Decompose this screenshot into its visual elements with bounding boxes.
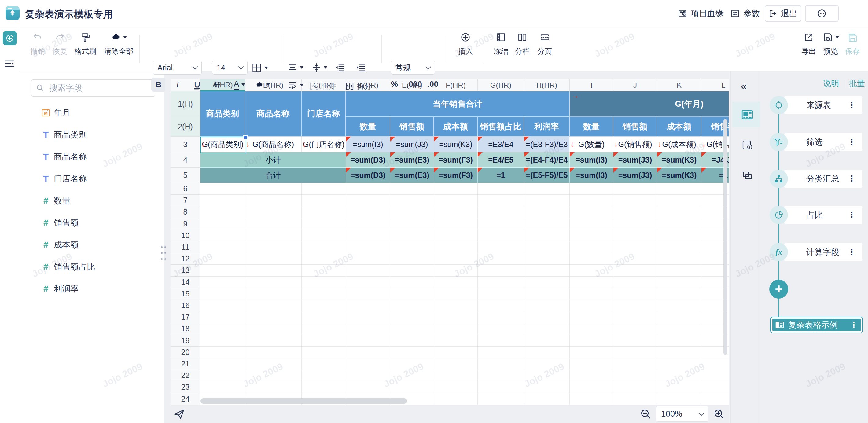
cell[interactable] — [200, 311, 245, 323]
cell[interactable] — [613, 300, 657, 311]
cell[interactable]: G(门店名称)↓ — [302, 137, 346, 152]
cell[interactable] — [524, 265, 570, 276]
cell[interactable] — [524, 253, 570, 265]
cell[interactable]: =sum(D3) — [346, 152, 390, 168]
cell[interactable] — [613, 265, 657, 276]
cell[interactable] — [657, 206, 702, 218]
cell[interactable] — [302, 195, 346, 206]
font-family-select[interactable]: Arial — [153, 61, 202, 74]
cell[interactable] — [245, 265, 302, 276]
header-cell[interactable]: 数量 — [346, 117, 390, 137]
cell[interactable] — [346, 241, 390, 253]
split-cells-button[interactable]: 拆分 — [345, 81, 372, 91]
cell[interactable] — [657, 218, 702, 230]
cell[interactable] — [302, 346, 346, 358]
tab-description[interactable]: 说明 — [823, 78, 839, 89]
cell[interactable]: =1 — [478, 168, 524, 183]
cell[interactable] — [346, 265, 390, 276]
cell[interactable] — [200, 277, 245, 288]
kebab-menu-icon[interactable]: ⋮ — [847, 174, 856, 184]
cell[interactable] — [245, 300, 302, 311]
flow-step-5[interactable]: 计算字段⋮ — [784, 243, 863, 261]
field-item[interactable]: #利润率 — [19, 278, 164, 300]
cell[interactable] — [390, 323, 434, 335]
cell[interactable] — [478, 311, 524, 323]
header-cell[interactable]: G(年月)→ — [570, 91, 728, 117]
cell[interactable]: =E3/E4 — [478, 137, 524, 152]
cell[interactable] — [524, 311, 570, 323]
cell[interactable] — [478, 393, 524, 405]
cell[interactable] — [200, 370, 245, 382]
cell[interactable]: =(E5-F5)/E5 — [524, 168, 570, 183]
cell[interactable] — [524, 393, 570, 405]
cell[interactable] — [390, 183, 434, 195]
cell[interactable] — [200, 335, 245, 346]
header-cell[interactable]: 商品类别 — [200, 91, 245, 137]
cell[interactable] — [657, 311, 702, 323]
cell[interactable] — [200, 241, 245, 253]
cell[interactable] — [657, 382, 702, 393]
cell[interactable] — [570, 311, 613, 323]
cell[interactable] — [200, 265, 245, 276]
row-header[interactable]: 23 — [170, 382, 200, 393]
tab-batch[interactable]: 批量 — [849, 78, 865, 89]
cell[interactable] — [478, 382, 524, 393]
cell[interactable]: =sum(I3) — [346, 137, 390, 152]
params-button[interactable]: 参数 — [731, 0, 760, 27]
decimal-button[interactable]: .00 — [427, 80, 438, 89]
cell[interactable] — [613, 218, 657, 230]
cell[interactable] — [434, 277, 478, 288]
cell[interactable]: G(销售额)↓ — [613, 137, 657, 152]
row-header[interactable]: 21 — [170, 358, 200, 370]
cell[interactable] — [702, 393, 728, 405]
field-item[interactable]: #销售额 — [19, 212, 164, 234]
cell[interactable]: =E4/E5 — [478, 152, 524, 168]
cell[interactable] — [478, 241, 524, 253]
cell[interactable] — [390, 241, 434, 253]
cell[interactable] — [478, 230, 524, 241]
cell[interactable] — [390, 382, 434, 393]
cell[interactable] — [346, 370, 390, 382]
cell[interactable] — [245, 218, 302, 230]
row-header[interactable]: 2(H) — [170, 117, 200, 137]
horizontal-scrollbar[interactable] — [200, 398, 407, 404]
cell[interactable] — [570, 241, 613, 253]
cell[interactable] — [346, 346, 390, 358]
cell[interactable] — [524, 382, 570, 393]
cell[interactable] — [524, 346, 570, 358]
cell[interactable] — [524, 183, 570, 195]
cell[interactable] — [478, 206, 524, 218]
cell[interactable] — [657, 288, 702, 300]
font-color-button[interactable]: A — [229, 78, 249, 92]
cell[interactable] — [478, 335, 524, 346]
cell[interactable]: G(成本额)↓ — [657, 137, 702, 152]
cell[interactable] — [613, 230, 657, 241]
cell[interactable] — [434, 300, 478, 311]
cell[interactable] — [570, 230, 613, 241]
cell[interactable] — [657, 323, 702, 335]
merged-label-cell[interactable]: 合计 — [200, 168, 346, 183]
lineage-button[interactable]: 项目血缘 — [678, 0, 724, 27]
cell[interactable] — [302, 311, 346, 323]
header-cell[interactable]: 商品名称 — [245, 91, 302, 137]
cell[interactable] — [390, 218, 434, 230]
spreadsheet-grid[interactable]: A(HR)B(HR)C(HR)D(HR)E(HR)F(HR)G(HR)H(HR)… — [170, 79, 728, 405]
vertical-scrollbar[interactable] — [723, 119, 727, 355]
cell[interactable] — [434, 265, 478, 276]
cell[interactable] — [200, 253, 245, 265]
cell[interactable] — [434, 241, 478, 253]
field-item[interactable]: M年月 — [19, 102, 164, 124]
cell[interactable] — [200, 358, 245, 370]
row-header[interactable]: 18 — [170, 323, 200, 335]
column-header[interactable]: J — [613, 79, 657, 91]
cell[interactable] — [434, 230, 478, 241]
cell[interactable] — [613, 183, 657, 195]
cell[interactable] — [570, 300, 613, 311]
cell[interactable] — [570, 323, 613, 335]
cell[interactable]: =sum(F3) — [434, 152, 478, 168]
row-header[interactable]: 22 — [170, 370, 200, 382]
cell[interactable] — [524, 300, 570, 311]
vertical-align-button[interactable] — [311, 62, 327, 73]
add-step-button[interactable]: + — [769, 280, 788, 299]
cell[interactable] — [346, 195, 390, 206]
